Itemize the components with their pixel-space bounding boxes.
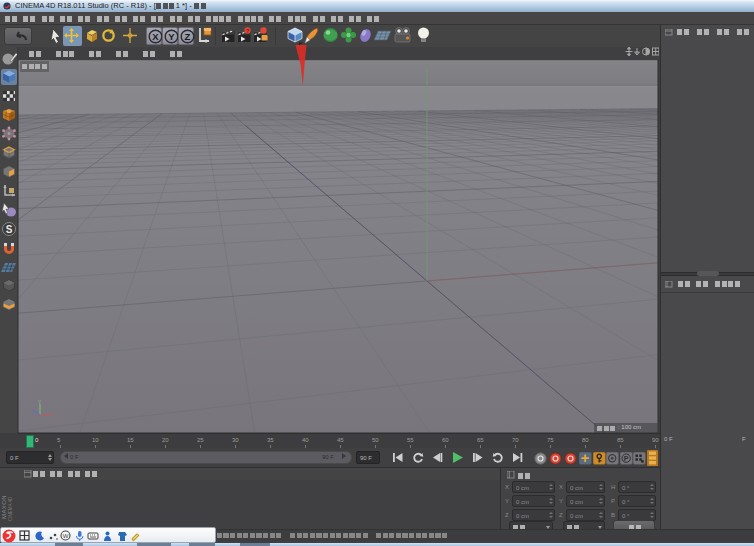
svg-text:X: X xyxy=(152,31,159,42)
svg-text:MAXON: MAXON xyxy=(1,495,7,519)
svg-text:?: ? xyxy=(246,28,250,34)
svg-text:CINEMA 4D: CINEMA 4D xyxy=(8,496,13,521)
svg-text:W: W xyxy=(63,533,69,539)
svg-text:Y: Y xyxy=(168,31,175,42)
svg-text:Z: Z xyxy=(184,31,190,42)
svg-text:P: P xyxy=(623,455,628,462)
svg-text:S: S xyxy=(6,224,13,235)
